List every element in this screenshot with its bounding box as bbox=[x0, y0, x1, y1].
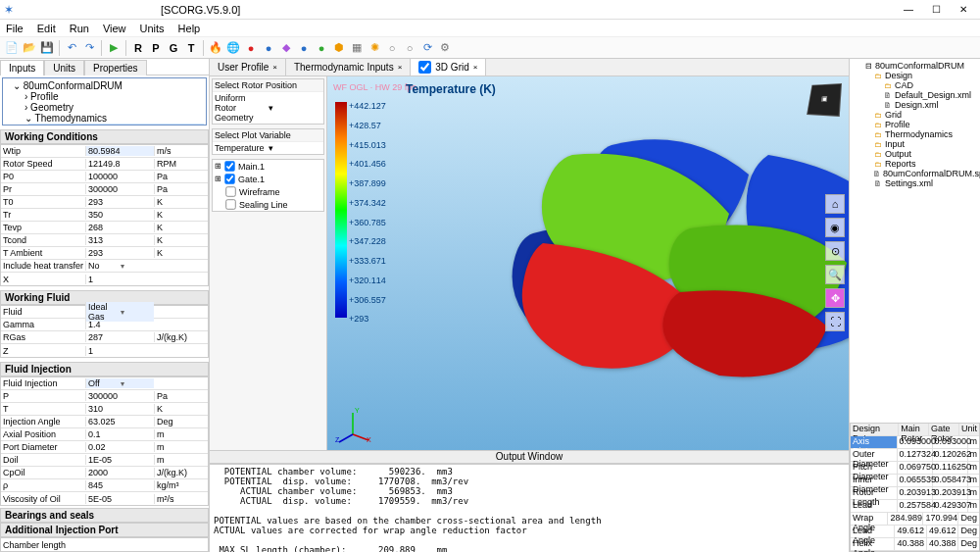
tb-redo[interactable]: ↷ bbox=[81, 40, 97, 56]
menu-help[interactable]: Help bbox=[178, 23, 201, 34]
design-table-row[interactable]: Rotor Length0.2039130.203913m bbox=[851, 487, 979, 500]
prop-value[interactable]: Ideal Gas▾ bbox=[85, 302, 154, 322]
prop-value[interactable]: 5E-05 bbox=[85, 494, 154, 504]
prop-value[interactable]: 1E-05 bbox=[85, 455, 154, 465]
layer-checkbox[interactable] bbox=[225, 186, 235, 196]
3d-grid-checkbox[interactable] bbox=[418, 61, 431, 74]
prop-value[interactable]: 300000 bbox=[85, 391, 154, 401]
home-view-icon[interactable]: ⌂ bbox=[825, 194, 845, 214]
tb-run[interactable]: ▶ bbox=[106, 40, 122, 56]
tree-working-conditions[interactable]: Working Conditions bbox=[28, 124, 204, 125]
prop-value[interactable]: 2000 bbox=[85, 468, 154, 477]
design-table-row[interactable]: Lead0.2575840.429307m bbox=[851, 500, 979, 513]
tb-circle1-icon[interactable]: ○ bbox=[384, 40, 400, 56]
tb-globe-icon[interactable]: 🌐 bbox=[225, 40, 241, 56]
tb-sphere2-icon[interactable]: ● bbox=[261, 40, 276, 56]
menu-view[interactable]: View bbox=[103, 23, 126, 34]
close-icon[interactable]: × bbox=[398, 63, 403, 72]
layer-item[interactable]: ⊞Main.1 bbox=[213, 160, 323, 173]
viewport-3d[interactable]: WF OGL · HW 29 fps Temperature (K) +442.… bbox=[327, 76, 849, 450]
prop-value[interactable]: 0.1 bbox=[85, 429, 154, 439]
prop-value[interactable]: 0.02 bbox=[85, 442, 154, 452]
input-tree[interactable]: ⌄ 80umConformalDRUM › Profile › Geometry… bbox=[2, 77, 207, 125]
tb-diamond-icon[interactable]: ◆ bbox=[278, 40, 294, 56]
tb-light-icon[interactable]: ✺ bbox=[367, 40, 382, 56]
prop-value[interactable]: 293 bbox=[85, 248, 154, 258]
project-tree-item[interactable]: 🗀Grid bbox=[852, 110, 978, 120]
tb-open[interactable]: 📂 bbox=[22, 40, 37, 56]
tb-undo[interactable]: ↶ bbox=[64, 40, 79, 56]
tb-r[interactable]: R bbox=[130, 40, 146, 56]
ctab-user-profile[interactable]: User Profile× bbox=[210, 59, 286, 75]
prop-value[interactable]: Off▾ bbox=[85, 378, 154, 388]
close-button[interactable]: ✕ bbox=[951, 2, 976, 18]
prop-value[interactable]: 100000 bbox=[85, 172, 154, 181]
design-table-row[interactable]: Pitch Diameter0.0697500.116250m bbox=[851, 462, 979, 475]
addl-injection-header[interactable]: Additional Injection Port bbox=[0, 523, 209, 537]
tb-palette-icon[interactable]: ▦ bbox=[349, 40, 365, 56]
close-icon[interactable]: × bbox=[272, 63, 277, 72]
expand-icon[interactable]: ⛶ bbox=[825, 312, 845, 331]
layer-item[interactable]: Sealing Line bbox=[213, 198, 323, 211]
tb-save[interactable]: 💾 bbox=[39, 40, 55, 56]
orbit-icon[interactable]: ◉ bbox=[825, 218, 845, 237]
prop-value[interactable]: 350 bbox=[85, 210, 154, 220]
layer-item[interactable]: Wireframe bbox=[213, 185, 323, 198]
prop-value[interactable]: 1 bbox=[85, 275, 154, 284]
tb-g[interactable]: G bbox=[166, 40, 181, 56]
tb-refresh-icon[interactable]: ⟳ bbox=[419, 40, 435, 56]
menu-file[interactable]: File bbox=[6, 23, 24, 34]
project-tree-item[interactable]: 🗀CAD bbox=[852, 80, 978, 90]
project-tree-item[interactable]: 🗎Design.xml bbox=[852, 100, 978, 110]
design-table-row[interactable]: Lead Angle49.61249.612Deg bbox=[851, 526, 979, 538]
menu-edit[interactable]: Edit bbox=[37, 23, 56, 34]
prop-value[interactable]: 845 bbox=[85, 480, 154, 490]
project-tree[interactable]: ⊟80umConformalDRUM🗀Design🗀CAD🗎Default_De… bbox=[850, 59, 980, 423]
tb-circle2-icon[interactable]: ○ bbox=[402, 40, 417, 56]
pan-icon[interactable]: ✥ bbox=[825, 288, 845, 308]
navigation-cube[interactable]: ▣ bbox=[807, 83, 842, 117]
output-window[interactable]: POTENTIAL chamber volume: 590236. mm3 PO… bbox=[210, 464, 849, 552]
tab-properties[interactable]: Properties bbox=[84, 60, 147, 75]
layer-checkbox[interactable] bbox=[224, 161, 234, 171]
axis-gizmo[interactable]: Y X Z bbox=[333, 405, 372, 444]
tb-sphere1-icon[interactable]: ● bbox=[243, 40, 259, 56]
menu-units[interactable]: Units bbox=[140, 23, 165, 34]
prop-value[interactable]: 313 bbox=[85, 235, 154, 245]
tb-fire-icon[interactable]: 🔥 bbox=[208, 40, 223, 56]
prop-value[interactable]: 300000 bbox=[85, 184, 154, 194]
layer-checkbox[interactable] bbox=[224, 174, 234, 183]
design-table-row[interactable]: Wrap Angle284.989170.994Deg bbox=[851, 513, 979, 526]
prop-value[interactable]: 12149.8 bbox=[85, 159, 154, 169]
tb-new[interactable]: 📄 bbox=[4, 40, 20, 56]
tab-units[interactable]: Units bbox=[44, 60, 84, 75]
layer-checkbox[interactable] bbox=[225, 199, 235, 209]
tb-sphere4-icon[interactable]: ● bbox=[314, 40, 329, 56]
project-tree-item[interactable]: ⊟80umConformalDRUM bbox=[852, 61, 978, 71]
ctab-thermo-inputs[interactable]: Thermodynamic Inputs× bbox=[286, 59, 411, 75]
tb-sphere3-icon[interactable]: ● bbox=[296, 40, 312, 56]
design-table-row[interactable]: Outer Diameter0.1273240.120262m bbox=[851, 449, 979, 462]
rotor-pos-dropdown[interactable]: Uniform Rotor Geometry▾ bbox=[213, 92, 323, 124]
maximize-button[interactable]: ☐ bbox=[923, 2, 949, 18]
bearings-header[interactable]: Bearings and seals bbox=[0, 508, 209, 523]
prop-value[interactable]: 293 bbox=[85, 197, 154, 207]
menu-run[interactable]: Run bbox=[70, 23, 89, 34]
prop-value[interactable]: 1.4 bbox=[85, 320, 154, 329]
prop-value[interactable]: 310 bbox=[85, 404, 154, 414]
tb-gear-icon[interactable]: ⚙ bbox=[437, 40, 453, 56]
zoom-extents-icon[interactable]: ⊙ bbox=[825, 241, 845, 261]
tab-inputs[interactable]: Inputs bbox=[0, 60, 44, 75]
close-icon[interactable]: × bbox=[473, 63, 478, 72]
project-tree-item[interactable]: 🗎Settings.xml bbox=[852, 178, 978, 188]
tb-hex-icon[interactable]: ⬢ bbox=[331, 40, 347, 56]
project-tree-item[interactable]: 🗀Input bbox=[852, 139, 978, 149]
ctab-3d-grid[interactable]: 3D Grid× bbox=[411, 59, 486, 75]
prop-value[interactable]: 1 bbox=[85, 346, 154, 356]
project-tree-item[interactable]: 🗎80umConformalDRUM.spf bbox=[852, 169, 978, 178]
project-tree-item[interactable]: 🗀Design bbox=[852, 71, 978, 80]
tb-t[interactable]: T bbox=[183, 40, 199, 56]
project-tree-item[interactable]: 🗀Output bbox=[852, 149, 978, 159]
project-tree-item[interactable]: 🗀Thermodynamics bbox=[852, 129, 978, 139]
zoom-icon[interactable]: 🔍 bbox=[825, 265, 845, 284]
